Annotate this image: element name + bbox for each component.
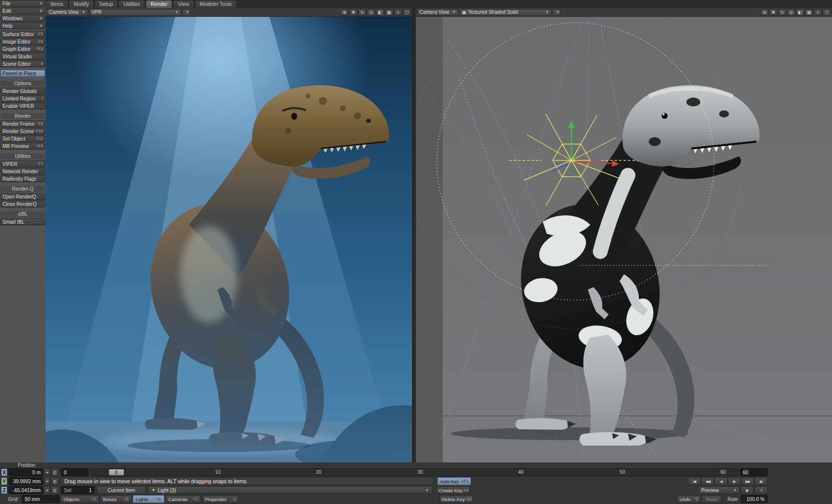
x-envelope-button[interactable]: E (51, 468, 59, 476)
tool-close-renderq[interactable]: Close RenderQ (0, 201, 45, 207)
start-frame-field[interactable]: 0 (61, 468, 89, 476)
menu-windows-label: Windows (2, 16, 23, 21)
tool-image-editor[interactable]: Image EditorF6 (0, 38, 45, 45)
auto-key-button[interactable]: Auto Key+F1 (437, 477, 471, 485)
menu-windows[interactable]: Windows▼ (0, 15, 45, 22)
x-position-field[interactable]: 0 m (8, 468, 43, 476)
timeline-handle[interactable]: 0 (109, 469, 124, 475)
tool-label: VIPER (2, 161, 17, 167)
section-title-options: Options (0, 81, 45, 87)
x-axis-button[interactable]: X (1, 468, 7, 476)
rate-field[interactable]: 100.0 % (741, 495, 768, 503)
z-axis-button[interactable]: Z (1, 486, 7, 494)
tool-render-frame[interactable]: Render FrameF9 (0, 120, 45, 127)
filter-lights-button[interactable]: Lights+L (133, 495, 164, 503)
tool-render-globals[interactable]: Render Globals (0, 88, 45, 95)
tool-virtual-studio[interactable]: Virtual Studio (0, 53, 45, 60)
pan-icon[interactable]: ✚ (769, 9, 778, 16)
next-key-button[interactable]: ▶▶ (741, 477, 754, 485)
render-mode-dropdown-left[interactable]: VPR▼ (89, 9, 181, 16)
tab-setup[interactable]: Setup (95, 0, 118, 8)
tab-modify[interactable]: Modify (69, 0, 94, 8)
center-item-icon[interactable]: ⊕ (340, 9, 349, 16)
pause-button[interactable]: ‖ (755, 486, 768, 494)
create-key-button[interactable]: Create Keyret (436, 486, 470, 494)
filter-objects-button[interactable]: Objects+O (60, 495, 99, 503)
tool-smart-ibl[interactable]: Smart IBL (0, 218, 45, 225)
render-mode-dropdown-right[interactable]: ▣Textured Shaded Solid▼ (460, 9, 552, 16)
tool-viper[interactable]: VIPERF7 (0, 160, 45, 167)
timeline-track[interactable]: 0 10 20 30 40 50 60 (91, 468, 738, 476)
filter-bones-button[interactable]: Bones+B (100, 495, 132, 503)
maximize-icon[interactable]: ◻ (823, 9, 831, 16)
tool-open-renderq[interactable]: Open RenderQ (0, 193, 45, 200)
tool-enable-viper[interactable]: Enable VIPER (0, 102, 45, 109)
render-style-icon[interactable]: ◧ (376, 9, 384, 16)
delete-key-button[interactable]: Delete Keydel (439, 495, 473, 503)
view-mode-dropdown-right[interactable]: Camera View▼ (417, 9, 459, 16)
viewport-options-dropdown-right[interactable]: ▼ (553, 9, 561, 16)
undo-button[interactable]: Undo^Z (677, 495, 701, 503)
current-item-dropdown[interactable]: ✦ Light (3) ▼ (148, 486, 432, 494)
shaded-view[interactable] (416, 17, 832, 462)
prev-key-button[interactable]: ◀◀ (701, 477, 714, 485)
preview-dropdown[interactable]: Preview▼ (698, 486, 740, 494)
pan-icon[interactable]: ✚ (349, 9, 358, 16)
tool-parent-in-place[interactable]: Parent in Place (0, 70, 45, 77)
zoom-icon[interactable]: ◎ (367, 9, 375, 16)
tool-limited-region[interactable]: Limited Regionl (0, 95, 45, 102)
render-view-vpr[interactable] (46, 17, 412, 462)
y-envelope-button[interactable]: E (51, 477, 59, 485)
step-forward-button[interactable]: ▶ (728, 477, 741, 485)
maximize-icon[interactable]: ◻ (403, 9, 411, 16)
z-nudge-buttons[interactable]: ◂▸ (44, 486, 50, 494)
y-position-field[interactable]: 39.9992 mm (8, 477, 43, 485)
menu-edit[interactable]: Edit▼ (0, 7, 45, 14)
viewport-menu-icon[interactable]: ≡ (394, 9, 402, 16)
tab-render[interactable]: Render (146, 0, 172, 8)
tool-render-scene[interactable]: Render SceneF10 (0, 128, 45, 135)
go-end-button[interactable]: ▶| (755, 477, 768, 485)
camera-toggle-icon[interactable]: ▦ (805, 9, 813, 16)
menu-file[interactable]: File▼ (0, 0, 45, 7)
properties-button[interactable]: Propertiesp (202, 495, 239, 503)
play-button[interactable]: ▶ (741, 486, 754, 494)
tab-utilities[interactable]: Utilities (118, 0, 145, 8)
center-item-icon[interactable]: ⊕ (760, 9, 769, 16)
menu-help[interactable]: Help▼ (0, 22, 45, 29)
tool-sel-object[interactable]: Sel ObjectF11 (0, 135, 45, 142)
z-position-field[interactable]: -65.0419mm (8, 486, 43, 494)
camera-toggle-icon[interactable]: ▦ (385, 9, 393, 16)
end-frame-field[interactable]: 60 (740, 468, 768, 476)
z-envelope-button[interactable]: E (51, 486, 59, 494)
redo-button[interactable]: Redo (702, 495, 722, 503)
tool-mb-preview[interactable]: MB Preview+F9 (0, 143, 45, 150)
tab-view[interactable]: View (173, 0, 194, 8)
y-nudge-buttons[interactable]: ◂▸ (44, 477, 50, 485)
zoom-icon[interactable]: ◎ (787, 9, 795, 16)
x-nudge-buttons[interactable]: ◂▸ (44, 468, 50, 476)
viewport-options-dropdown-left[interactable]: ▼ (182, 9, 190, 16)
step-back-button[interactable]: ◀ (715, 477, 728, 485)
status-bar: Drag mouse in view to move selected item… (61, 477, 433, 485)
y-axis-button[interactable]: Y (1, 477, 7, 485)
chevron-down-icon: ▼ (82, 10, 86, 14)
bottom-panel: Position X 0 m ◂▸ E 0 0 10 20 30 40 50 6… (0, 462, 832, 504)
current-item-button[interactable]: Current Item (97, 486, 146, 494)
tool-network-render[interactable]: Network Render (0, 168, 45, 175)
tool-scene-editor[interactable]: Scene Editor▾ (0, 60, 45, 67)
render-style-icon[interactable]: ◧ (796, 9, 804, 16)
grid-size-field[interactable]: 50 mm (22, 495, 59, 503)
tab-modeler-tools[interactable]: Modeler Tools (195, 0, 237, 8)
filter-cameras-button[interactable]: Cameras+C (165, 495, 201, 503)
tool-graph-editor[interactable]: Graph Editor^F2 (0, 46, 45, 52)
tab-items[interactable]: Items (46, 0, 68, 8)
tool-radiosity-flags[interactable]: Radiosity Flags (0, 175, 45, 182)
rotate-icon[interactable]: ↻ (778, 9, 786, 16)
go-start-button[interactable]: |◀ (688, 477, 701, 485)
view-mode-dropdown-left[interactable]: Camera View▼ (47, 9, 88, 16)
shortcut-label: ret (464, 488, 469, 493)
tool-surface-editor[interactable]: Surface EditorF5 (0, 31, 45, 38)
viewport-menu-icon[interactable]: ≡ (814, 9, 822, 16)
rotate-icon[interactable]: ↻ (358, 9, 366, 16)
